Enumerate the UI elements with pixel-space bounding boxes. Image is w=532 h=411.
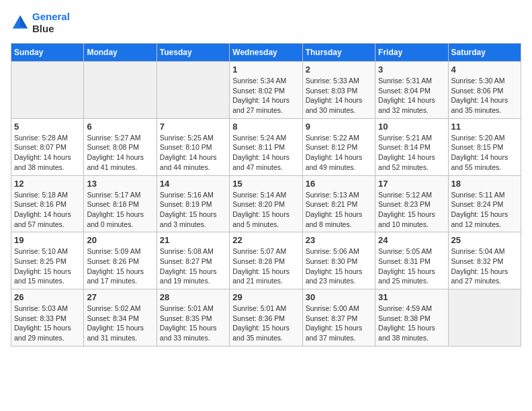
day-info: Sunrise: 5:02 AM Sunset: 8:34 PM Dayligh… [87, 304, 153, 343]
day-info: Sunrise: 5:07 AM Sunset: 8:28 PM Dayligh… [232, 246, 299, 286]
day-number: 20 [87, 235, 153, 245]
calendar-table: SundayMondayTuesdayWednesdayThursdayFrid… [11, 43, 521, 347]
day-info: Sunrise: 5:27 AM Sunset: 8:08 PM Dayligh… [87, 133, 153, 173]
day-info: Sunrise: 5:14 AM Sunset: 8:20 PM Dayligh… [232, 190, 299, 230]
day-cell: 12Sunrise: 5:18 AM Sunset: 8:16 PM Dayli… [11, 175, 84, 232]
day-cell: 28Sunrise: 5:01 AM Sunset: 8:35 PM Dayli… [157, 289, 229, 347]
day-info: Sunrise: 5:28 AM Sunset: 8:07 PM Dayligh… [14, 133, 81, 173]
day-info: Sunrise: 5:13 AM Sunset: 8:21 PM Dayligh… [306, 190, 372, 230]
day-info: Sunrise: 5:31 AM Sunset: 8:04 PM Dayligh… [378, 76, 445, 116]
logo-icon [11, 13, 30, 32]
weekday-header-thursday: Thursday [302, 44, 375, 62]
day-cell: 9Sunrise: 5:22 AM Sunset: 8:12 PM Daylig… [302, 118, 375, 175]
day-cell: 19Sunrise: 5:10 AM Sunset: 8:25 PM Dayli… [11, 232, 84, 289]
week-row-3: 12Sunrise: 5:18 AM Sunset: 8:16 PM Dayli… [11, 175, 521, 232]
page-header: General Blue [11, 11, 521, 35]
day-number: 21 [160, 235, 226, 245]
day-number: 26 [14, 292, 81, 302]
day-cell: 15Sunrise: 5:14 AM Sunset: 8:20 PM Dayli… [230, 175, 302, 232]
day-cell: 4Sunrise: 5:30 AM Sunset: 8:06 PM Daylig… [448, 62, 521, 119]
week-row-1: 1Sunrise: 5:34 AM Sunset: 8:02 PM Daylig… [11, 62, 521, 119]
day-cell: 7Sunrise: 5:25 AM Sunset: 8:10 PM Daylig… [157, 118, 229, 175]
day-number: 14 [160, 179, 226, 189]
day-info: Sunrise: 5:17 AM Sunset: 8:18 PM Dayligh… [87, 190, 153, 230]
day-cell [11, 62, 84, 119]
day-cell: 18Sunrise: 5:11 AM Sunset: 8:24 PM Dayli… [448, 175, 521, 232]
day-info: Sunrise: 5:08 AM Sunset: 8:27 PM Dayligh… [160, 246, 226, 286]
day-cell: 20Sunrise: 5:09 AM Sunset: 8:26 PM Dayli… [84, 232, 157, 289]
day-cell [84, 62, 157, 119]
day-number: 24 [378, 235, 445, 245]
day-info: Sunrise: 5:10 AM Sunset: 8:25 PM Dayligh… [14, 246, 81, 286]
day-cell: 24Sunrise: 5:05 AM Sunset: 8:31 PM Dayli… [375, 232, 448, 289]
day-number: 28 [160, 292, 226, 302]
day-number: 19 [14, 235, 81, 245]
day-cell [448, 289, 521, 347]
day-info: Sunrise: 5:01 AM Sunset: 8:35 PM Dayligh… [160, 304, 226, 343]
weekday-header-row: SundayMondayTuesdayWednesdayThursdayFrid… [11, 44, 521, 62]
day-cell: 13Sunrise: 5:17 AM Sunset: 8:18 PM Dayli… [84, 175, 157, 232]
day-info: Sunrise: 5:34 AM Sunset: 8:02 PM Dayligh… [232, 76, 299, 116]
day-cell: 25Sunrise: 5:04 AM Sunset: 8:32 PM Dayli… [448, 232, 521, 289]
day-info: Sunrise: 5:21 AM Sunset: 8:14 PM Dayligh… [378, 133, 445, 173]
day-number: 23 [306, 235, 372, 245]
day-number: 1 [232, 64, 299, 75]
week-row-2: 5Sunrise: 5:28 AM Sunset: 8:07 PM Daylig… [11, 118, 521, 175]
day-info: Sunrise: 5:00 AM Sunset: 8:37 PM Dayligh… [306, 304, 372, 343]
day-number: 6 [87, 122, 153, 132]
logo: General Blue [11, 11, 70, 35]
day-cell: 30Sunrise: 5:00 AM Sunset: 8:37 PM Dayli… [302, 289, 375, 347]
day-cell: 8Sunrise: 5:24 AM Sunset: 8:11 PM Daylig… [230, 118, 302, 175]
day-cell [157, 62, 229, 119]
day-number: 4 [451, 64, 518, 75]
day-number: 3 [378, 64, 445, 75]
day-number: 12 [14, 179, 81, 189]
day-number: 27 [87, 292, 153, 302]
day-number: 17 [378, 179, 445, 189]
day-info: Sunrise: 5:25 AM Sunset: 8:10 PM Dayligh… [160, 133, 226, 173]
weekday-header-tuesday: Tuesday [157, 44, 229, 62]
week-row-5: 26Sunrise: 5:03 AM Sunset: 8:33 PM Dayli… [11, 289, 521, 347]
day-number: 31 [378, 292, 445, 302]
logo-text: General Blue [32, 11, 70, 35]
day-cell: 11Sunrise: 5:20 AM Sunset: 8:15 PM Dayli… [448, 118, 521, 175]
day-number: 29 [232, 292, 299, 302]
weekday-header-wednesday: Wednesday [230, 44, 302, 62]
day-cell: 2Sunrise: 5:33 AM Sunset: 8:03 PM Daylig… [302, 62, 375, 119]
day-info: Sunrise: 5:03 AM Sunset: 8:33 PM Dayligh… [14, 304, 81, 343]
day-number: 18 [451, 179, 518, 189]
day-cell: 16Sunrise: 5:13 AM Sunset: 8:21 PM Dayli… [302, 175, 375, 232]
day-number: 7 [160, 122, 226, 132]
day-cell: 31Sunrise: 4:59 AM Sunset: 8:38 PM Dayli… [375, 289, 448, 347]
day-number: 15 [232, 179, 299, 189]
day-info: Sunrise: 4:59 AM Sunset: 8:38 PM Dayligh… [378, 304, 445, 343]
day-info: Sunrise: 5:20 AM Sunset: 8:15 PM Dayligh… [451, 133, 518, 173]
day-cell: 26Sunrise: 5:03 AM Sunset: 8:33 PM Dayli… [11, 289, 84, 347]
day-info: Sunrise: 5:11 AM Sunset: 8:24 PM Dayligh… [451, 190, 518, 230]
day-info: Sunrise: 5:18 AM Sunset: 8:16 PM Dayligh… [14, 190, 81, 230]
day-cell: 1Sunrise: 5:34 AM Sunset: 8:02 PM Daylig… [230, 62, 302, 119]
day-cell: 23Sunrise: 5:06 AM Sunset: 8:30 PM Dayli… [302, 232, 375, 289]
day-cell: 27Sunrise: 5:02 AM Sunset: 8:34 PM Dayli… [84, 289, 157, 347]
day-info: Sunrise: 5:12 AM Sunset: 8:23 PM Dayligh… [378, 190, 445, 230]
weekday-header-friday: Friday [375, 44, 448, 62]
day-number: 8 [232, 122, 299, 132]
day-info: Sunrise: 5:16 AM Sunset: 8:19 PM Dayligh… [160, 190, 226, 230]
weekday-header-sunday: Sunday [11, 44, 84, 62]
day-info: Sunrise: 5:04 AM Sunset: 8:32 PM Dayligh… [451, 246, 518, 286]
weekday-header-monday: Monday [84, 44, 157, 62]
day-number: 5 [14, 122, 81, 132]
day-cell: 6Sunrise: 5:27 AM Sunset: 8:08 PM Daylig… [84, 118, 157, 175]
day-cell: 29Sunrise: 5:01 AM Sunset: 8:36 PM Dayli… [230, 289, 302, 347]
day-info: Sunrise: 5:05 AM Sunset: 8:31 PM Dayligh… [378, 246, 445, 286]
day-cell: 17Sunrise: 5:12 AM Sunset: 8:23 PM Dayli… [375, 175, 448, 232]
day-number: 30 [306, 292, 372, 302]
day-cell: 10Sunrise: 5:21 AM Sunset: 8:14 PM Dayli… [375, 118, 448, 175]
day-number: 22 [232, 235, 299, 245]
day-number: 11 [451, 122, 518, 132]
day-number: 10 [378, 122, 445, 132]
day-info: Sunrise: 5:22 AM Sunset: 8:12 PM Dayligh… [306, 133, 372, 173]
day-number: 9 [306, 122, 372, 132]
day-info: Sunrise: 5:09 AM Sunset: 8:26 PM Dayligh… [87, 246, 153, 286]
week-row-4: 19Sunrise: 5:10 AM Sunset: 8:25 PM Dayli… [11, 232, 521, 289]
